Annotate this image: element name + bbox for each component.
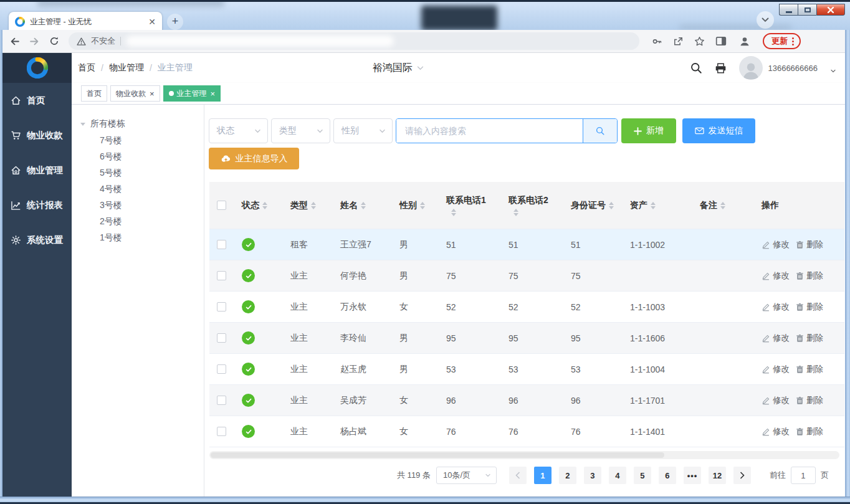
tab-owners[interactable]: 业主管理×: [163, 85, 221, 102]
community-selector[interactable]: 裕鸿国际: [373, 53, 424, 83]
sort-icon[interactable]: [420, 202, 425, 209]
user-menu-caret-icon[interactable]: [830, 69, 836, 73]
next-page-button[interactable]: [733, 467, 751, 484]
table-row[interactable]: 业主杨占斌女7676761-1-1401修改删除: [209, 416, 844, 447]
header-search-icon[interactable]: [690, 62, 702, 74]
pagination-page-5[interactable]: 5: [634, 467, 651, 484]
row-checkbox[interactable]: [217, 396, 226, 405]
delete-button[interactable]: 删除: [796, 270, 823, 282]
url-bar[interactable]: 不安全: [69, 32, 639, 50]
table-row[interactable]: 业主吴成芳女9696961-1-1701修改删除: [209, 385, 844, 416]
delete-button[interactable]: 删除: [796, 364, 823, 375]
send-sms-button[interactable]: 发送短信: [682, 118, 755, 143]
user-avatar[interactable]: [739, 56, 763, 80]
breadcrumb-item-0[interactable]: 首页: [78, 62, 95, 74]
pagination-more-button[interactable]: •••: [684, 467, 701, 484]
table-row[interactable]: 租客王立强7男5151511-1-1002修改删除: [209, 229, 844, 260]
row-checkbox[interactable]: [217, 240, 226, 249]
import-button[interactable]: 业主信息导入: [209, 148, 299, 169]
edit-button[interactable]: 修改: [762, 302, 790, 313]
tab-home[interactable]: 首页: [81, 85, 107, 102]
search-button[interactable]: [583, 119, 617, 143]
sidebar-item-reports[interactable]: 统计报表: [2, 188, 72, 222]
pagination-page-4[interactable]: 4: [609, 467, 626, 484]
type-filter-select[interactable]: 类型: [271, 118, 330, 143]
delete-button[interactable]: 删除: [796, 395, 823, 406]
row-checkbox[interactable]: [217, 302, 226, 311]
tree-item-7[interactable]: 1号楼: [72, 229, 204, 245]
goto-page-input[interactable]: [791, 467, 816, 484]
browser-menu-icon[interactable]: [792, 37, 794, 45]
sort-icon[interactable]: [513, 209, 518, 216]
pagination-page-1[interactable]: 1: [534, 467, 552, 484]
tree-item-3[interactable]: 5号楼: [72, 164, 204, 181]
delete-button[interactable]: 删除: [796, 239, 823, 250]
row-checkbox[interactable]: [217, 427, 226, 436]
tab-close-icon[interactable]: ✕: [148, 17, 156, 27]
column-header-3[interactable]: 性别: [392, 182, 439, 229]
print-icon[interactable]: [715, 63, 727, 74]
key-icon[interactable]: [652, 36, 662, 47]
column-header-9[interactable]: 操作: [754, 182, 844, 229]
sort-icon[interactable]: [361, 202, 366, 209]
minimize-button[interactable]: [779, 4, 798, 16]
tree-item-6[interactable]: 2号楼: [72, 213, 204, 229]
add-button[interactable]: 新增: [621, 118, 676, 143]
row-checkbox[interactable]: [217, 271, 226, 280]
pagination-page-2[interactable]: 2: [559, 467, 576, 484]
close-button[interactable]: [816, 4, 845, 16]
breadcrumb-item-1[interactable]: 物业管理: [109, 62, 144, 74]
scrollbar-thumb[interactable]: [211, 452, 664, 458]
sidebar-item-payments[interactable]: 物业收款: [2, 118, 72, 153]
tab-close-icon[interactable]: ×: [211, 89, 216, 98]
pagination-page-12[interactable]: 12: [709, 467, 726, 484]
back-button[interactable]: [6, 33, 22, 49]
table-row[interactable]: 业主赵玉虎男5353531-1-1004修改删除: [209, 354, 844, 385]
edit-button[interactable]: 修改: [762, 395, 790, 406]
tree-item-4[interactable]: 4号楼: [72, 181, 204, 197]
tree-item-2[interactable]: 6号楼: [72, 148, 204, 164]
pagination-page-3[interactable]: 3: [584, 467, 601, 484]
status-filter-select[interactable]: 状态: [209, 118, 268, 143]
row-checkbox[interactable]: [217, 333, 226, 343]
tab-close-icon[interactable]: ×: [150, 89, 155, 98]
edit-button[interactable]: 修改: [762, 364, 790, 375]
sidebar-item-settings[interactable]: 系统设置: [2, 222, 72, 257]
page-size-select[interactable]: 10条/页: [436, 467, 497, 484]
app-logo[interactable]: [2, 53, 72, 83]
sort-icon[interactable]: [451, 209, 456, 216]
edit-button[interactable]: 修改: [762, 426, 790, 437]
edit-button[interactable]: 修改: [762, 333, 790, 344]
browser-tab[interactable]: 业主管理 - 业无忧 ✕: [9, 12, 162, 30]
gender-filter-select[interactable]: 性别: [333, 118, 393, 143]
column-header-5[interactable]: 联系电话2: [501, 182, 563, 229]
table-row[interactable]: 业主万永钦女5252521-1-1003修改删除: [209, 292, 844, 323]
share-icon[interactable]: [673, 36, 684, 47]
edit-button[interactable]: 修改: [762, 239, 790, 250]
update-button[interactable]: 更新: [763, 33, 801, 49]
delete-button[interactable]: 删除: [796, 333, 823, 344]
row-checkbox[interactable]: [217, 364, 226, 374]
column-header-7[interactable]: 资产: [623, 182, 692, 229]
building-tree-root[interactable]: 所有楼栋: [72, 116, 204, 132]
reload-button[interactable]: [46, 33, 62, 49]
sort-icon[interactable]: [609, 202, 614, 209]
tab-strip-chevron-icon[interactable]: [757, 11, 774, 29]
column-header-0[interactable]: 状态: [234, 182, 283, 229]
prev-page-button[interactable]: [509, 467, 527, 484]
sidebar-item-property[interactable]: 物业管理: [2, 153, 72, 188]
table-row[interactable]: 业主何学艳男757575修改删除: [209, 260, 844, 292]
table-row[interactable]: 业主李玲仙男9595951-1-1606修改删除: [209, 323, 844, 354]
tab-payments[interactable]: 物业收款×: [110, 85, 160, 102]
column-header-2[interactable]: 姓名: [333, 182, 392, 229]
column-header-6[interactable]: 身份证号: [563, 182, 623, 229]
delete-button[interactable]: 删除: [796, 302, 823, 313]
forward-button[interactable]: [26, 33, 42, 49]
new-tab-button[interactable]: +: [167, 14, 183, 30]
column-header-1[interactable]: 类型: [283, 182, 333, 229]
maximize-button[interactable]: [798, 4, 816, 16]
edit-button[interactable]: 修改: [762, 270, 790, 282]
search-input[interactable]: [396, 119, 583, 143]
tree-item-1[interactable]: 7号楼: [72, 132, 204, 148]
star-icon[interactable]: [694, 36, 705, 47]
